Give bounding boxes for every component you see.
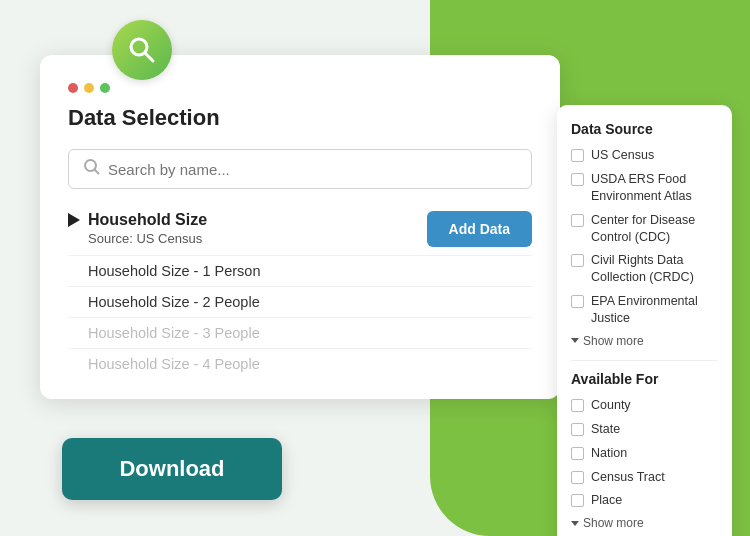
filter-item-nation: Nation — [571, 445, 718, 462]
filter-item-state: State — [571, 421, 718, 438]
data-item-source: Source: US Census — [88, 231, 207, 246]
filter-item-usda: USDA ERS Food Environment Atlas — [571, 171, 718, 205]
checkbox-nation[interactable] — [571, 447, 584, 460]
filter-label-state: State — [591, 421, 620, 438]
filter-label-usda: USDA ERS Food Environment Atlas — [591, 171, 718, 205]
chevron-down-icon-2 — [571, 521, 579, 526]
data-item-header: Household Size Source: US Census Add Dat… — [68, 211, 532, 247]
logo-circle — [112, 20, 172, 80]
checkbox-place[interactable] — [571, 494, 584, 507]
checkbox-cdc[interactable] — [571, 214, 584, 227]
checkbox-crdc[interactable] — [571, 254, 584, 267]
checkbox-census-tract[interactable] — [571, 471, 584, 484]
filter-divider — [571, 360, 718, 361]
list-item[interactable]: Household Size - 4 People — [68, 348, 532, 379]
filter-item-epa: EPA Environmental Justice — [571, 293, 718, 327]
search-bar — [68, 149, 532, 189]
checkbox-state[interactable] — [571, 423, 584, 436]
filter-label-crdc: Civil Rights Data Collection (CRDC) — [591, 252, 718, 286]
sub-items-list: Household Size - 1 Person Household Size… — [68, 255, 532, 379]
add-data-button[interactable]: Add Data — [427, 211, 532, 247]
checkbox-county[interactable] — [571, 399, 584, 412]
data-source-title: Data Source — [571, 121, 718, 137]
window-controls — [68, 83, 532, 93]
data-source-show-more[interactable]: Show more — [571, 334, 718, 348]
filter-panel: Data Source US Census USDA ERS Food Envi… — [557, 105, 732, 536]
filter-label-cdc: Center for Disease Control (CDC) — [591, 212, 718, 246]
filter-label-place: Place — [591, 492, 622, 509]
search-icon — [83, 158, 100, 180]
filter-item-place: Place — [571, 492, 718, 509]
filter-label-us-census: US Census — [591, 147, 654, 164]
list-item[interactable]: Household Size - 1 Person — [68, 255, 532, 286]
card-title: Data Selection — [68, 105, 532, 131]
main-card: Data Selection Household Size Source: US… — [40, 55, 560, 399]
available-for-show-more[interactable]: Show more — [571, 516, 718, 530]
checkbox-us-census[interactable] — [571, 149, 584, 162]
filter-item-us-census: US Census — [571, 147, 718, 164]
filter-item-county: County — [571, 397, 718, 414]
list-item[interactable]: Household Size - 2 People — [68, 286, 532, 317]
filter-item-cdc: Center for Disease Control (CDC) — [571, 212, 718, 246]
svg-line-1 — [145, 53, 153, 61]
data-item-title: Household Size — [68, 211, 207, 229]
filter-item-crdc: Civil Rights Data Collection (CRDC) — [571, 252, 718, 286]
filter-item-census-tract: Census Tract — [571, 469, 718, 486]
window-close-dot[interactable] — [68, 83, 78, 93]
window-minimize-dot[interactable] — [84, 83, 94, 93]
svg-line-3 — [95, 170, 99, 174]
search-logo-icon — [126, 34, 158, 66]
checkbox-epa[interactable] — [571, 295, 584, 308]
filter-label-nation: Nation — [591, 445, 627, 462]
filter-label-census-tract: Census Tract — [591, 469, 665, 486]
expand-icon[interactable] — [68, 213, 80, 227]
chevron-down-icon — [571, 338, 579, 343]
checkbox-usda[interactable] — [571, 173, 584, 186]
list-item[interactable]: Household Size - 3 People — [68, 317, 532, 348]
search-input[interactable] — [108, 161, 517, 178]
data-item-title-block: Household Size Source: US Census — [68, 211, 207, 246]
available-for-title: Available For — [571, 371, 718, 387]
filter-label-epa: EPA Environmental Justice — [591, 293, 718, 327]
window-maximize-dot[interactable] — [100, 83, 110, 93]
filter-label-county: County — [591, 397, 631, 414]
download-button[interactable]: Download — [62, 438, 282, 500]
